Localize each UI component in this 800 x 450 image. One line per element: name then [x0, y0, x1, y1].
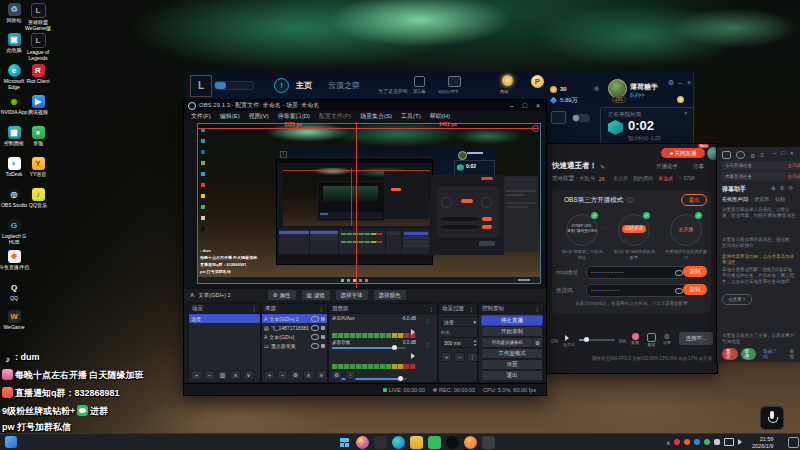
menu-scene-collection[interactable]: 场景集合(S)	[360, 112, 392, 121]
pill-report[interactable]: 举报	[785, 348, 800, 360]
slider-knob[interactable]	[584, 337, 589, 342]
source-filters-button[interactable]: ▥滤镜	[301, 289, 331, 301]
source-down-button[interactable]: ∨	[316, 370, 327, 380]
lol-settings-icon[interactable]: ⚙	[668, 79, 674, 87]
start-button[interactable]	[338, 436, 351, 449]
tray-expand-icon[interactable]: ∧	[666, 439, 670, 446]
exit-mode-button[interactable]: 退出	[681, 194, 707, 206]
obs-maximize-icon[interactable]: □	[523, 102, 527, 109]
network-icon[interactable]	[724, 438, 734, 446]
source-properties-button[interactable]: ⚙属性	[267, 289, 297, 301]
obs-preview-canvas[interactable]: L 0:02	[184, 122, 546, 288]
search-icon[interactable]	[356, 436, 369, 449]
pill-manage[interactable]: 管理	[741, 348, 757, 360]
chest-icon[interactable]	[551, 111, 566, 124]
mixer-dock-icon[interactable]: ⋮	[429, 306, 435, 312]
scene-item[interactable]: 场景	[189, 314, 260, 323]
transitions-header[interactable]: 场景过渡⋮	[439, 304, 477, 314]
desktop-icon-wegame[interactable]: WWeGame	[0, 310, 30, 330]
desktop-icon-qqmusic[interactable]: ♪QQ音乐	[22, 188, 54, 208]
view-task-button[interactable]: 去查看 >	[722, 294, 752, 305]
tray-app1-icon[interactable]	[674, 439, 680, 445]
voice-icon[interactable]	[414, 76, 425, 87]
scenes-header[interactable]: 场景⋮	[189, 304, 260, 314]
menu-view[interactable]: 视图(V)	[249, 112, 269, 121]
toggle-switch[interactable]	[572, 114, 590, 122]
share-button[interactable]: 分享	[693, 163, 704, 170]
lol-nav-home[interactable]: 主页	[296, 80, 312, 91]
start-recording-button[interactable]: 开始录制	[481, 326, 543, 337]
visibility-icon[interactable]	[311, 325, 319, 331]
visibility-icon[interactable]	[311, 316, 319, 322]
file-explorer-icon[interactable]	[410, 436, 423, 449]
desktop-icon-lghub[interactable]: GLogitech G HUB	[0, 219, 30, 245]
visibility-label[interactable]: 全公开	[613, 175, 628, 181]
lock-icon[interactable]	[321, 344, 325, 348]
transition-select[interactable]: 淡变▾	[441, 316, 479, 327]
virtual-camera-config-icon[interactable]: ⚙	[532, 337, 543, 348]
mic-speaker-icon[interactable]	[411, 329, 418, 335]
menu-docks[interactable]: 停靠窗口(D)	[278, 112, 310, 121]
info-icon[interactable]: ⓘ	[626, 196, 632, 205]
sources-dock-icon[interactable]: ⋮	[319, 306, 325, 312]
tray-app3-icon[interactable]	[694, 439, 700, 445]
menu-profile[interactable]: 配置文件(P)	[319, 112, 351, 121]
tray-ime-icon[interactable]	[714, 439, 720, 445]
pill-hide[interactable]: 隐藏了吗	[759, 348, 782, 360]
danmaku-close-icon[interactable]: ×	[790, 150, 794, 156]
task-view-icon[interactable]	[374, 436, 387, 449]
mic-options-icon[interactable]: ⋮	[424, 317, 430, 324]
advanced-audio-button[interactable]: ⚙	[331, 370, 342, 380]
task-row-1[interactable]: 今日开播任务 去完成	[721, 161, 800, 170]
remove-scene-button[interactable]: –	[204, 370, 215, 380]
pin-icon[interactable]: ⊕	[771, 185, 776, 191]
header-gear-icon[interactable]: ⚙	[780, 185, 785, 191]
chat-icon[interactable]	[722, 151, 731, 159]
source-item-media[interactable]: ▤飞_1487171838173_0	[262, 323, 327, 332]
tab-online-users[interactable]: 在线用户(0)	[722, 196, 748, 202]
assist-button[interactable]: 开播助手	[656, 163, 678, 170]
tray-app2-icon[interactable]	[684, 439, 690, 445]
lol-minimize-icon[interactable]: –	[678, 79, 682, 86]
mixer-header[interactable]: 混音器⋮	[329, 304, 437, 314]
pill-mute[interactable]: 禁言	[722, 348, 738, 360]
mixer-menu-button[interactable]: ⋮	[345, 370, 356, 380]
queue-close-icon[interactable]: ×	[684, 110, 688, 116]
streamkey-eye-icon[interactable]	[675, 288, 683, 294]
refresh-icon[interactable]: ⟳	[789, 185, 794, 191]
widgets-icon[interactable]	[5, 436, 17, 448]
mic-overlay-button[interactable]	[760, 406, 784, 430]
menu-file[interactable]: 文件(F)	[191, 112, 211, 121]
virtual-camera-button[interactable]: 启动虚拟摄像机	[481, 337, 533, 348]
source-up-button[interactable]: ∧	[303, 370, 314, 380]
category-label[interactable]: 英雄联盟 · 大乱斗	[552, 175, 595, 182]
task-row-2[interactable]: 弹幕互动任务 去完成	[721, 172, 800, 181]
lol-alert-icon[interactable]: !	[274, 78, 289, 93]
scenes-dock-icon[interactable]: ⋮	[252, 306, 258, 312]
streamkey-copy-button[interactable]: 复制	[683, 284, 707, 295]
transitions-dock-icon[interactable]: ⋮	[469, 306, 475, 312]
active-app-icon[interactable]	[482, 436, 495, 449]
edit-title-icon[interactable]: ✎	[600, 163, 605, 170]
desktop-icon-tencent-video[interactable]: ▶腾讯视频	[22, 95, 54, 115]
go-live-label[interactable]: 去开播	[671, 226, 701, 232]
add-source-button[interactable]: +	[264, 370, 275, 380]
speaker-stack[interactable]: 扬声器	[563, 335, 575, 347]
menu-help[interactable]: 帮助(H)	[430, 112, 450, 121]
rp-coin-icon[interactable]: P	[531, 75, 544, 88]
remove-transition-button[interactable]: –	[454, 352, 465, 362]
rtmp-copy-button[interactable]: 复制	[683, 266, 707, 277]
beauty-tool[interactable]: 美颜	[631, 333, 639, 345]
danmaku-gear-icon[interactable]: ⚙	[750, 152, 755, 159]
notification-center-icon[interactable]	[788, 437, 799, 448]
visibility-icon[interactable]	[311, 334, 319, 340]
select-font-button[interactable]: 选择字体	[335, 289, 369, 301]
mic-volume-slider[interactable]	[332, 347, 406, 349]
shop-icon[interactable]	[502, 75, 513, 86]
desktop-options-icon[interactable]: ⋮	[424, 341, 430, 348]
desktop-speaker-icon[interactable]	[411, 353, 418, 359]
desktop-icon-lol-wegame[interactable]: L英雄联盟 WeGame版	[22, 3, 54, 31]
visibility-icon[interactable]	[311, 343, 319, 349]
tray-app4-icon[interactable]	[704, 439, 710, 445]
source-item-display[interactable]: ▭显示器采集	[262, 341, 327, 350]
